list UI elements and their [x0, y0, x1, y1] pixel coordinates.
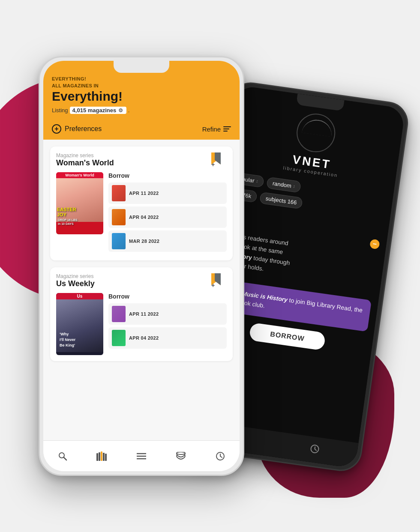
ww-headline-drop: DROP 16 LBSin 10 DAYS — [58, 218, 78, 226]
settings-icon[interactable]: ⚙ — [118, 108, 124, 114]
svg-rect-9 — [103, 453, 105, 461]
refine-line-3 — [223, 131, 228, 132]
us-masthead: Us — [56, 293, 103, 299]
card-title-1: Woman's World — [56, 158, 114, 167]
borrow-item-1[interactable]: APR 11 2022 — [108, 182, 227, 204]
sort-icon-popular: ↕ — [256, 179, 258, 184]
card-header-2: Magazine series Us Weekly + — [56, 273, 227, 289]
borrow-button[interactable]: BORROW — [249, 322, 326, 350]
svg-rect-6 — [96, 453, 98, 461]
svg-marker-3 — [215, 273, 221, 285]
listing-prefix: Listing — [52, 107, 68, 114]
preferences-label: Preferences — [65, 125, 102, 133]
borrow-section-2: Borrow APR 11 2022 APR 04 2022 — [108, 293, 227, 355]
evnet-logo-circle — [294, 111, 338, 155]
svg-rect-10 — [105, 454, 107, 461]
header-listing: Listing 4,015 magazines ⚙ . — [52, 107, 231, 114]
card-action-1[interactable]: + — [211, 152, 227, 168]
phone-left: EVERYTHING! ALL MAGAZINES IN Everything!… — [39, 56, 244, 476]
us-cover-design: Us 'WhyI'll NeverBe King' — [56, 293, 103, 355]
borrow-date-3: MAR 28 2022 — [129, 239, 159, 244]
borrow-item-3[interactable]: MAR 28 2022 — [108, 230, 227, 252]
add-icon-2: + — [211, 282, 215, 289]
borrow-date-5: APR 04 2022 — [129, 335, 159, 341]
preferences-bar: + Preferences Refine — [43, 120, 240, 140]
right-nav-clock[interactable] — [309, 444, 320, 456]
borrow-item-4[interactable]: APR 11 2022 — [108, 303, 227, 325]
evnet-text-group: VNET library cooperation — [283, 152, 340, 178]
borrow-date-2: APR 04 2022 — [129, 215, 159, 220]
ww-headline-easter: EASTERJOY — [57, 207, 76, 217]
tag-random-label: random — [272, 180, 292, 189]
refine-line-2 — [223, 129, 229, 129]
phone-left-content: EVERYTHING! ALL MAGAZINES IN Everything!… — [43, 61, 240, 471]
nav-search[interactable] — [58, 451, 67, 461]
phone-nav-left — [43, 440, 240, 471]
borrow-item-2[interactable]: APR 04 2022 — [108, 206, 227, 228]
right-clock-icon — [309, 444, 320, 454]
borrow-section-1: Borrow APR 11 2022 APR 04 2022 — [108, 172, 227, 254]
svg-rect-7 — [99, 452, 100, 461]
stack-icon — [175, 452, 186, 460]
card-body-2: Us 'WhyI'll NeverBe King' Borrow — [56, 293, 227, 355]
listing-suffix: . — [128, 107, 130, 114]
magazine-cover-ww: Woman's World EASTERJOY DROP 16 LBSin 10… — [56, 172, 103, 234]
refine-icon — [223, 126, 231, 132]
svg-rect-8 — [101, 451, 102, 461]
card-left-2: Magazine series Us Weekly — [56, 273, 95, 288]
borrow-thumb-3 — [112, 233, 126, 249]
refine-line-1 — [223, 126, 231, 127]
borrow-date-1: APR 11 2022 — [129, 191, 159, 196]
svg-line-5 — [64, 457, 67, 460]
sort-icon-random: ↕ — [293, 184, 295, 189]
borrow-thumb-5 — [112, 330, 126, 346]
phone-left-inner: EVERYTHING! ALL MAGAZINES IN Everything!… — [43, 61, 240, 471]
clock-icon — [216, 451, 225, 461]
card-action-2[interactable]: + — [211, 273, 227, 289]
header-title: Everything! — [52, 89, 231, 103]
nav-stack[interactable] — [175, 452, 186, 460]
evnet-swoosh — [302, 118, 333, 137]
search-icon — [58, 451, 67, 461]
borrow-thumb-2 — [112, 209, 126, 225]
card-header-1: Magazine series Woman's World + — [56, 152, 227, 168]
borrow-title-2: Borrow — [108, 293, 227, 300]
svg-line-21 — [315, 449, 316, 451]
card-left: Magazine series Woman's World — [56, 152, 114, 167]
refine-label: Refine — [202, 126, 221, 133]
header-sublabel: ALL MAGAZINES IN — [52, 83, 231, 88]
library-icon — [96, 451, 108, 461]
plus-circle-icon: + — [52, 124, 61, 134]
borrow-thumb-4 — [112, 306, 126, 322]
nav-clock[interactable] — [216, 451, 225, 461]
magazine-card-womans-world: Magazine series Woman's World + — [50, 146, 233, 260]
nav-library[interactable] — [96, 451, 108, 461]
magazine-card-us-weekly: Magazine series Us Weekly + — [50, 267, 233, 361]
nav-menu[interactable] — [137, 453, 146, 460]
phone-notch-left — [114, 61, 169, 73]
svg-marker-1 — [215, 152, 221, 164]
header-tag: EVERYTHING! — [52, 76, 231, 81]
magazine-cover-us: Us 'WhyI'll NeverBe King' — [56, 293, 103, 355]
listing-count: 4,015 magazines ⚙ — [70, 107, 126, 114]
borrow-item-5[interactable]: APR 04 2022 — [108, 327, 227, 349]
minus-circle-icon[interactable]: − — [369, 239, 380, 249]
phone-scroll-area[interactable]: Magazine series Woman's World + — [43, 140, 240, 471]
series-label-1: Magazine series — [56, 152, 114, 158]
borrow-date-4: APR 11 2022 — [129, 311, 159, 317]
svg-line-17 — [220, 456, 222, 457]
refine-button[interactable]: Refine — [202, 126, 231, 133]
borrow-thumb-1 — [112, 185, 126, 201]
card-title-2: Us Weekly — [56, 279, 95, 288]
ww-cover-design: Woman's World EASTERJOY DROP 16 LBSin 10… — [56, 172, 103, 234]
stat-subjects[interactable]: subjects 166 — [259, 192, 303, 209]
series-label-2: Magazine series — [56, 273, 95, 279]
stat-subjects-label: subjects 166 — [265, 195, 297, 206]
ww-masthead: Woman's World — [56, 172, 103, 178]
phones-wrapper: EVERYTHING! ALL MAGAZINES IN Everything!… — [26, 30, 394, 502]
preferences-button[interactable]: + Preferences — [52, 124, 102, 134]
menu-icon — [137, 453, 146, 460]
borrow-title-1: Borrow — [108, 172, 227, 179]
card-body-1: Woman's World EASTERJOY DROP 16 LBSin 10… — [56, 172, 227, 254]
svg-point-14 — [177, 452, 185, 454]
